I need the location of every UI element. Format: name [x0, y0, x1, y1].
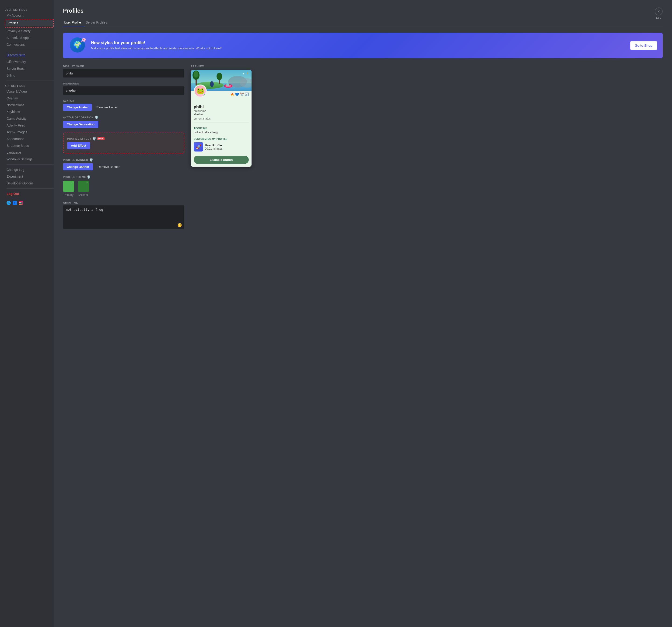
sidebar-item-gift-inventory[interactable]: Gift Inventory: [5, 59, 54, 65]
about-me-wrapper: 😊: [63, 205, 184, 230]
svg-text:♣: ♣: [247, 72, 248, 74]
sidebar-item-profiles[interactable]: Profiles: [6, 20, 53, 26]
sidebar-item-language[interactable]: Language: [5, 149, 54, 156]
twitter-icon[interactable]: 𝕏: [6, 201, 11, 205]
sidebar-item-notifications[interactable]: Notifications: [5, 102, 54, 108]
form-fields: DISPLAY NAME PRONOUNS AVATAR Change Avat…: [63, 65, 184, 234]
sidebar-item-activity-feed[interactable]: Activity Feed: [5, 122, 54, 129]
theme-primary-swatch[interactable]: ↗: [63, 181, 74, 192]
sidebar-active-box: Profiles: [5, 19, 54, 27]
sidebar-item-appearance[interactable]: Appearance: [5, 136, 54, 142]
customizing-thumbnail: 🚀: [194, 142, 203, 152]
profile-effect-box: PROFILE EFFECT 🛡️ NEW Add Effect: [63, 133, 184, 153]
instagram-icon[interactable]: 📷: [19, 201, 23, 205]
emoji-button[interactable]: 😊: [177, 223, 182, 227]
sidebar-item-streamer-mode[interactable]: Streamer Mode: [5, 142, 54, 149]
sidebar-item-text-images[interactable]: Text & Images: [5, 129, 54, 135]
change-decoration-button[interactable]: Change Decoration: [63, 121, 98, 128]
svg-text:✦: ✦: [242, 72, 244, 75]
go-to-shop-button[interactable]: Go to Shop: [630, 41, 657, 50]
profile-status: current status: [194, 117, 249, 123]
sidebar-item-voice-video[interactable]: Voice & Video: [5, 88, 54, 95]
new-badge: NEW: [97, 137, 104, 140]
about-me-group: ABOUT ME 😊: [63, 201, 184, 230]
customizing-time: 00:01 minutes: [205, 147, 249, 150]
form-layout: DISPLAY NAME PRONOUNS AVATAR Change Avat…: [63, 65, 663, 234]
change-avatar-button[interactable]: Change Avatar: [63, 103, 92, 111]
promo-banner: 🌍 🌸 ✦ New styles for your profile! Make …: [63, 33, 663, 59]
sidebar-item-server-boost[interactable]: Server Boost: [5, 65, 54, 72]
display-name-input[interactable]: [63, 69, 184, 77]
sidebar-item-privacy-safety[interactable]: Privacy & Safety: [5, 28, 54, 34]
theme-accent-item: ↗ Accent: [78, 181, 89, 196]
nitro-effect-icon: 🛡️: [92, 137, 96, 141]
theme-accent-swatch[interactable]: ↗: [78, 181, 89, 192]
sidebar-item-my-account[interactable]: My Account: [5, 12, 54, 19]
esc-circle: ✕: [655, 7, 663, 16]
sidebar-item-change-log[interactable]: Change Log: [5, 166, 54, 173]
edit-accent-icon: ↗: [87, 181, 89, 184]
profile-banner-group: PROFILE BANNER 🛡️ Change Banner Remove B…: [63, 158, 184, 170]
avatar-frog-emoji: 🐸: [196, 88, 205, 94]
nitro-banner-icon: 🛡️: [89, 158, 93, 162]
sidebar-section-app-settings: APP SETTINGS: [5, 85, 54, 87]
about-me-input[interactable]: [63, 205, 184, 229]
svg-point-13: [226, 83, 229, 86]
about-me-card-text: not actually a frog: [194, 131, 249, 134]
profile-avatar: 🐸: [194, 85, 207, 98]
sidebar-item-developer-options[interactable]: Developer Options: [5, 180, 54, 187]
profile-name: phibi: [194, 104, 249, 110]
promo-description: Make your profile feel alive with snazzy…: [91, 46, 626, 50]
about-me-label: ABOUT ME: [63, 201, 184, 204]
pronouns-group: PRONOUNS: [63, 82, 184, 95]
badge-heart: 💙: [235, 92, 239, 96]
badge-refresh: 🔄: [245, 92, 249, 96]
customizing-label: CUSTOMIZING MY PROFILE: [194, 138, 249, 140]
sidebar-item-discord-nitro[interactable]: Discord Nitro: [5, 52, 54, 59]
svg-point-7: [217, 73, 222, 80]
app-container: USER SETTINGS My Account Profiles Privac…: [0, 0, 672, 627]
sidebar-item-game-activity[interactable]: Game Activity: [5, 115, 54, 122]
theme-colors: ↗ Primary ↗ Accent: [63, 181, 184, 196]
avatar-label: AVATAR: [63, 99, 184, 102]
remove-avatar-button[interactable]: Remove Avatar: [95, 103, 119, 111]
display-name-group: DISPLAY NAME: [63, 65, 184, 77]
avatar-decoration-group: AVATAR DECORATION 🛡️ Change Decoration: [63, 116, 184, 128]
tab-user-profile[interactable]: User Profile: [63, 19, 85, 27]
customizing-info: User Profile 00:01 minutes: [205, 144, 249, 150]
remove-banner-button[interactable]: Remove Banner: [96, 163, 122, 170]
display-name-label: DISPLAY NAME: [63, 65, 184, 68]
sidebar-item-logout[interactable]: Log Out: [5, 190, 54, 197]
profile-effect-label: PROFILE EFFECT 🛡️ NEW: [67, 137, 180, 141]
main-content: ✕ ESC Profiles User Profile Server Profi…: [54, 0, 672, 627]
sidebar-divider-1: [6, 50, 54, 50]
profile-banner-label: PROFILE BANNER 🛡️: [63, 158, 184, 162]
profile-info: phibi phibi.isme she/her current status: [191, 98, 251, 125]
pronouns-input[interactable]: [63, 86, 184, 95]
svg-point-5: [194, 71, 198, 77]
add-effect-button[interactable]: Add Effect: [67, 142, 90, 149]
tab-server-profiles[interactable]: Server Profiles: [85, 19, 111, 27]
sidebar-item-overlay[interactable]: Overlay: [5, 95, 54, 101]
pronouns-label: PRONOUNS: [63, 82, 184, 85]
sidebar-item-billing[interactable]: Billing: [5, 72, 54, 79]
sidebar-item-keybinds[interactable]: Keybinds: [5, 109, 54, 115]
sidebar-section-user-settings: USER SETTINGS: [5, 8, 54, 11]
profile-theme-group: PROFILE THEME 🛡️ ↗ Primary ↗: [63, 175, 184, 196]
sidebar-item-connections[interactable]: Connections: [5, 41, 54, 48]
facebook-icon[interactable]: f: [13, 201, 17, 205]
sidebar-item-windows-settings[interactable]: Windows Settings: [5, 156, 54, 162]
sidebar-item-authorized-apps[interactable]: Authorized Apps: [5, 34, 54, 41]
customizing-section: CUSTOMIZING MY PROFILE 🚀 User Profile 00…: [191, 136, 251, 153]
promo-text: New styles for your profile! Make your p…: [91, 40, 626, 50]
esc-button[interactable]: ✕ ESC: [655, 7, 663, 19]
about-me-card: ABOUT ME not actually a frog: [191, 125, 251, 136]
theme-primary-item: ↗ Primary: [63, 181, 74, 196]
profile-pronouns-display: she/her: [194, 113, 249, 116]
example-button[interactable]: Example Button: [194, 156, 249, 164]
sidebar-item-experiment[interactable]: Experiment: [5, 173, 54, 180]
esc-label: ESC: [656, 16, 662, 19]
badge-scissors: ✂️: [240, 92, 244, 96]
social-icons: 𝕏 f 📷: [5, 199, 54, 207]
change-banner-button[interactable]: Change Banner: [63, 163, 93, 170]
